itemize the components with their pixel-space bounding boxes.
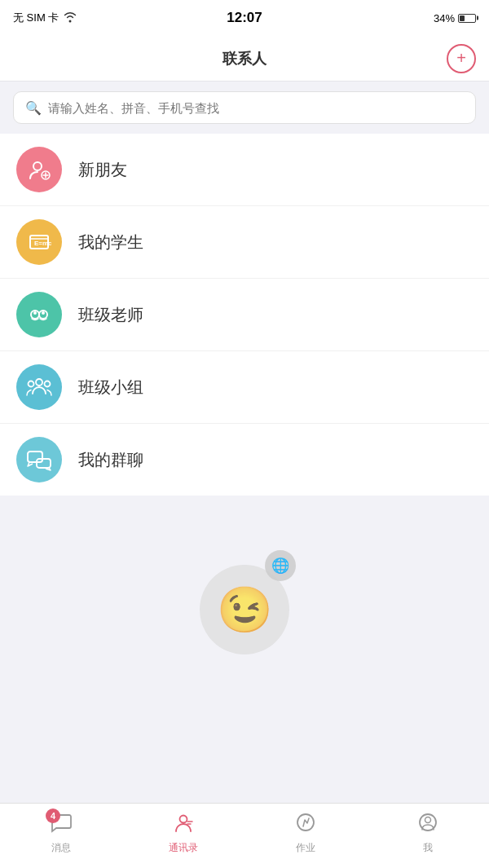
tab-messages-label: 消息 [51, 841, 71, 855]
svg-point-12 [29, 381, 34, 387]
tab-profile-label: 我 [423, 841, 433, 855]
search-input[interactable] [48, 101, 464, 115]
battery-icon [458, 14, 476, 23]
list-item[interactable]: 班级小组 [0, 351, 489, 424]
plus-icon: + [456, 49, 466, 68]
svg-point-10 [42, 311, 45, 315]
svg-rect-15 [37, 459, 51, 468]
svg-point-16 [180, 816, 187, 823]
carrier-text: 无 SIM 卡 [13, 11, 59, 25]
tab-messages[interactable]: 4 消息 [29, 812, 94, 855]
tab-homework[interactable]: 作业 [273, 812, 338, 855]
status-bar: 无 SIM 卡 12:07 34% [0, 0, 489, 36]
status-time: 12:07 [227, 10, 262, 26]
class-teacher-label: 班级老师 [78, 304, 143, 326]
svg-point-11 [36, 379, 42, 386]
battery-percent: 34% [434, 12, 455, 24]
search-container: 🔍 [0, 82, 489, 134]
profile-tab-icon [417, 812, 438, 838]
class-teacher-icon [16, 292, 62, 337]
page-title: 联系人 [222, 49, 267, 68]
status-left: 无 SIM 卡 [13, 11, 77, 25]
list-item[interactable]: E=mc² 我的学生 [0, 206, 489, 279]
list-item[interactable]: 班级老师 [0, 279, 489, 351]
new-friend-label: 新朋友 [78, 159, 127, 181]
status-right: 34% [434, 12, 476, 24]
contact-list: 新朋友 E=mc² 我的学生 班级老师 [0, 134, 489, 496]
tab-profile[interactable]: 我 [395, 812, 460, 855]
my-students-label: 我的学生 [78, 231, 143, 253]
homework-tab-icon [295, 812, 316, 838]
svg-point-21 [425, 817, 431, 823]
my-group-chat-label: 我的群聊 [78, 449, 143, 471]
wifi-icon [64, 11, 77, 25]
class-group-icon [16, 364, 62, 410]
tab-homework-label: 作业 [296, 841, 315, 855]
tab-contacts-label: 通讯录 [169, 841, 198, 855]
list-item[interactable]: 我的群聊 [0, 424, 489, 496]
svg-point-13 [45, 381, 51, 387]
add-contact-button[interactable]: + [447, 44, 476, 73]
svg-text:E=mc²: E=mc² [34, 240, 51, 247]
list-item[interactable]: 新朋友 [0, 134, 489, 206]
svg-point-19 [297, 814, 314, 831]
search-bar: 🔍 [13, 91, 476, 124]
nav-bar: 联系人 + [0, 36, 489, 82]
tab-bar: 4 消息 通讯录 作业 [0, 803, 489, 868]
empty-state: 😉 🌐 [0, 496, 489, 675]
my-students-icon: E=mc² [16, 219, 62, 265]
svg-point-9 [33, 311, 37, 315]
class-group-label: 班级小组 [78, 377, 143, 399]
contacts-tab-icon [173, 812, 194, 838]
new-friend-icon [16, 147, 62, 192]
search-icon: 🔍 [25, 100, 42, 116]
my-group-chat-icon [16, 437, 62, 482]
face-overlay-icon: 🌐 [265, 550, 296, 581]
empty-illustration: 😉 🌐 [192, 549, 297, 654]
svg-rect-14 [28, 452, 42, 462]
svg-point-0 [33, 162, 42, 170]
tab-contacts[interactable]: 通讯录 [151, 812, 216, 855]
messages-badge: 4 [46, 809, 60, 823]
